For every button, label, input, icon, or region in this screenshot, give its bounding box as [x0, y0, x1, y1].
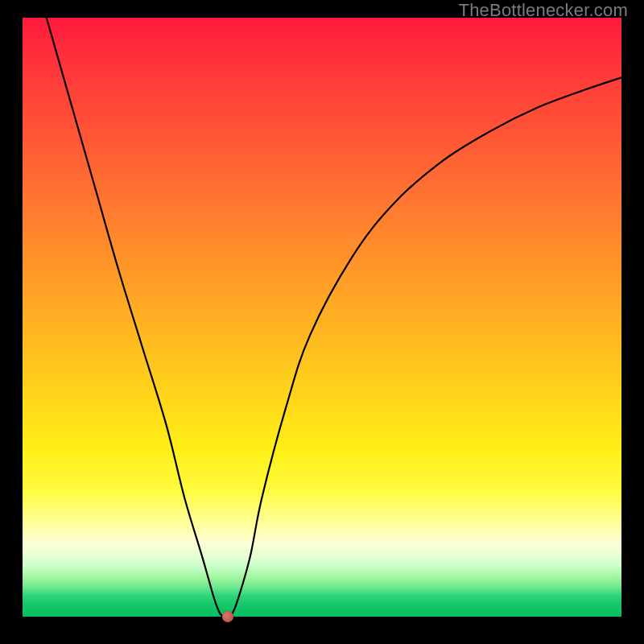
bottleneck-curve: [23, 18, 621, 617]
plot-frame: [23, 18, 621, 617]
minimum-marker-dot: [222, 611, 233, 622]
plot-area: [23, 18, 621, 617]
watermark-text: TheBottlenecker.com: [459, 0, 628, 21]
